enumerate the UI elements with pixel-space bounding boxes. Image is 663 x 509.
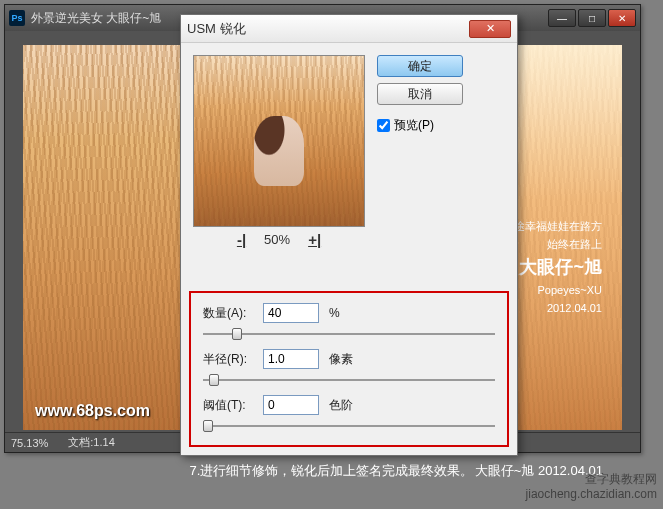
slider-thumb[interactable] <box>209 374 219 386</box>
parameters-panel: 数量(A): % 半径(R): 像素 阈值(T): 色阶 <box>189 291 509 447</box>
zoom-controls: -| 50% +| <box>193 231 365 248</box>
close-button[interactable]: ✕ <box>608 9 636 27</box>
preview-subject <box>254 116 304 186</box>
status-doc: 文档:1.14 <box>68 435 114 450</box>
preview-checkbox-label: 预览(P) <box>394 117 434 134</box>
ps-window-buttons: — □ ✕ <box>548 9 636 27</box>
preview-checkbox[interactable] <box>377 119 390 132</box>
caption-main: 7.进行细节修饰，锐化后加上签名完成最终效果。 <box>190 463 474 478</box>
status-zoom: 75.13% <box>11 437 48 449</box>
minimize-button[interactable]: — <box>548 9 576 27</box>
dialog-close-button[interactable]: ✕ <box>469 20 511 38</box>
site-watermark-line1: 查字典教程网 <box>526 472 657 488</box>
threshold-input[interactable] <box>263 395 319 415</box>
slider-track <box>203 333 495 335</box>
radius-row: 半径(R): 像素 <box>203 349 495 369</box>
amount-input[interactable] <box>263 303 319 323</box>
preview-checkbox-row: 预览(P) <box>377 117 505 134</box>
radius-unit: 像素 <box>329 351 353 368</box>
site-watermark-line2: jiaocheng.chazidian.com <box>526 487 657 503</box>
watermark-68ps: www.68ps.com <box>35 402 150 420</box>
slider-track <box>203 379 495 381</box>
dialog-title: USM 锐化 <box>187 20 469 38</box>
zoom-value: 50% <box>264 232 290 247</box>
site-watermark: 查字典教程网 jiaocheng.chazidian.com <box>526 472 657 503</box>
amount-label: 数量(A): <box>203 305 263 322</box>
threshold-row: 阈值(T): 色阶 <box>203 395 495 415</box>
zoom-out-button[interactable]: -| <box>237 231 246 248</box>
preview-area: -| 50% +| 确定 取消 预览(P) <box>193 55 505 248</box>
radius-label: 半径(R): <box>203 351 263 368</box>
radius-input[interactable] <box>263 349 319 369</box>
ok-button[interactable]: 确定 <box>377 55 463 77</box>
radius-slider[interactable] <box>203 371 495 389</box>
dialog-right-column: 确定 取消 预览(P) <box>377 55 505 248</box>
slider-track <box>203 425 495 427</box>
threshold-label: 阈值(T): <box>203 397 263 414</box>
slider-thumb[interactable] <box>203 420 213 432</box>
slider-thumb[interactable] <box>232 328 242 340</box>
photoshop-icon: Ps <box>9 10 25 26</box>
cancel-button[interactable]: 取消 <box>377 83 463 105</box>
preview-image[interactable] <box>193 55 365 227</box>
threshold-unit: 色阶 <box>329 397 353 414</box>
dialog-body: -| 50% +| 确定 取消 预览(P) 数量(A): % <box>181 43 517 455</box>
usm-sharpen-dialog: USM 锐化 ✕ -| 50% +| 确定 取消 预览(P) <box>180 14 518 456</box>
amount-row: 数量(A): % <box>203 303 495 323</box>
zoom-in-button[interactable]: +| <box>308 231 321 248</box>
maximize-button[interactable]: □ <box>578 9 606 27</box>
amount-unit: % <box>329 306 340 320</box>
amount-slider[interactable] <box>203 325 495 343</box>
dialog-titlebar[interactable]: USM 锐化 ✕ <box>181 15 517 43</box>
threshold-slider[interactable] <box>203 417 495 435</box>
